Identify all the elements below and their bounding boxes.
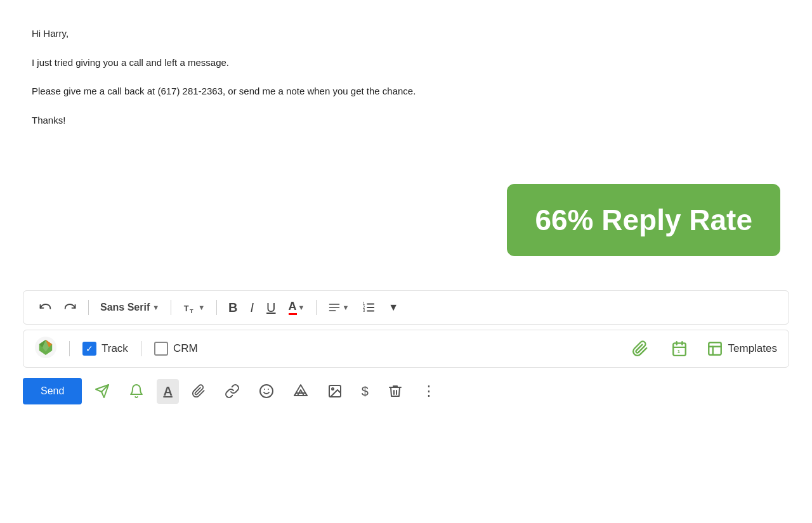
numbered-list-icon: 1 2 3 (362, 300, 376, 314)
send-button[interactable]: Send (23, 378, 82, 404)
yesware-logo[interactable] (35, 337, 56, 361)
email-body: Hi Harry, I just tried giving you a call… (13, 13, 799, 285)
font-size-button[interactable]: T T ▼ (179, 298, 209, 317)
attach-button[interactable] (628, 338, 652, 359)
align-icon (328, 301, 341, 314)
action-divider-2 (141, 341, 141, 356)
send-toolbar: Send A (23, 373, 789, 410)
align-button[interactable]: ▼ (324, 299, 353, 316)
toolbar-divider-4 (316, 300, 317, 315)
reply-rate-badge: 66% Reply Rate (507, 184, 780, 256)
image-icon (327, 384, 343, 399)
email-greeting: Hi Harry, (32, 25, 780, 42)
underline-button[interactable]: U (263, 298, 279, 318)
align-dropdown-arrow: ▼ (342, 304, 349, 311)
svg-point-22 (260, 385, 273, 397)
crm-checkbox[interactable] (154, 342, 168, 356)
font-dropdown-arrow: ▼ (152, 304, 159, 311)
reply-rate-text: 66% Reply Rate (535, 195, 752, 245)
text-format-button[interactable]: A (157, 379, 178, 404)
delete-button[interactable] (381, 378, 409, 404)
email-line2: Please give me a call back at (617) 281-… (32, 83, 780, 100)
more-dots-icon: ⋮ (422, 383, 437, 399)
color-dropdown-arrow: ▼ (298, 304, 305, 311)
svg-point-26 (332, 388, 334, 390)
font-selector[interactable]: Sans Serif ▼ (96, 299, 163, 316)
templates-label: Templates (728, 342, 777, 355)
crm-label: CRM (173, 342, 198, 355)
svg-text:T: T (190, 308, 193, 314)
crm-item[interactable]: CRM (154, 342, 198, 356)
schedule-send-button[interactable] (88, 378, 116, 404)
calendar-icon: 1 (671, 340, 688, 357)
undo-button[interactable] (35, 299, 55, 316)
action-divider-1 (69, 341, 70, 356)
track-checkbox[interactable]: ✓ (82, 342, 96, 356)
reminder-button[interactable] (122, 378, 150, 404)
link-icon (225, 384, 240, 399)
send-attach-button[interactable] (185, 379, 212, 403)
schedule-send-icon (95, 384, 110, 399)
text-color-button[interactable]: A ▼ (285, 297, 309, 318)
bell-icon (129, 384, 144, 399)
svg-text:1: 1 (677, 349, 679, 354)
link-button[interactable] (218, 378, 246, 404)
text-format-icon: A (163, 384, 172, 399)
fontsize-dropdown-arrow: ▼ (198, 304, 205, 311)
more-button[interactable]: ⋮ (416, 378, 443, 404)
templates-icon (707, 340, 723, 357)
schedule-button[interactable]: 1 (667, 338, 691, 359)
action-toolbar-left: ✓ Track CRM (35, 337, 628, 361)
templates-item[interactable]: Templates (707, 340, 777, 357)
svg-text:3: 3 (363, 308, 365, 313)
email-line1: I just tried giving you a call and left … (32, 55, 780, 71)
svg-text:T: T (184, 304, 189, 313)
drive-icon (293, 384, 308, 399)
action-toolbar: ✓ Track CRM (23, 330, 789, 368)
paperclip-icon (192, 384, 206, 398)
track-label: Track (102, 342, 128, 355)
redo-button[interactable] (60, 299, 81, 316)
toolbar-divider-3 (216, 300, 217, 315)
text-color-icon: A (289, 300, 297, 315)
attach-icon (632, 340, 648, 357)
drive-button[interactable] (287, 378, 315, 404)
numbered-list-button[interactable]: 1 2 3 (358, 298, 379, 317)
svg-rect-17 (709, 342, 721, 355)
image-button[interactable] (321, 378, 349, 404)
toolbar-divider-2 (171, 300, 171, 315)
emoji-icon (259, 384, 274, 399)
email-compose: Hi Harry, I just tried giving you a call… (13, 0, 799, 427)
emoji-button[interactable] (252, 378, 280, 404)
email-closing: Thanks! (32, 112, 780, 129)
track-item[interactable]: ✓ Track (82, 342, 128, 356)
more-options-button[interactable]: ▼ (384, 299, 402, 316)
trash-icon (388, 384, 403, 399)
format-toolbar: Sans Serif ▼ T T ▼ B I U A ▼ (23, 290, 789, 325)
action-toolbar-right: 1 Templates (628, 338, 777, 359)
more-options-icon: ▼ (388, 302, 398, 313)
font-name: Sans Serif (100, 302, 150, 313)
italic-button[interactable]: I (247, 298, 258, 318)
payment-button[interactable]: $ (355, 379, 375, 404)
bold-button[interactable]: B (225, 298, 241, 318)
toolbar-divider-1 (88, 300, 89, 315)
dollar-icon: $ (362, 384, 369, 399)
